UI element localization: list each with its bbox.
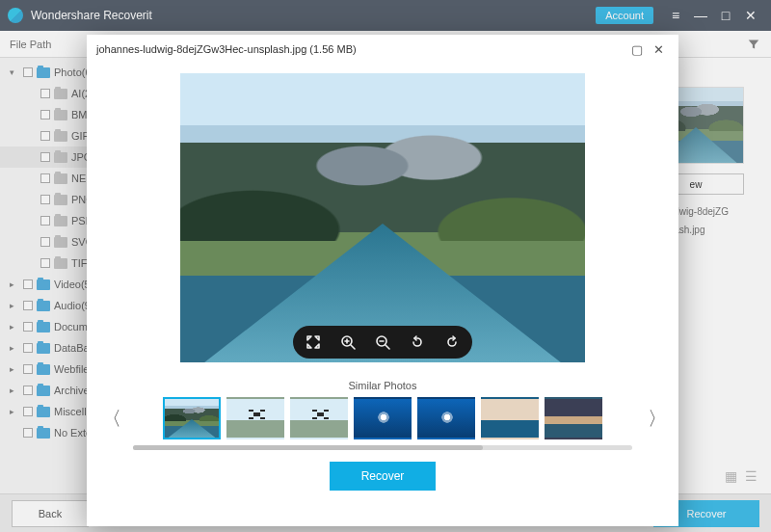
similar-thumb-1[interactable] <box>163 397 221 439</box>
preview-image <box>180 73 585 362</box>
rotate-right-icon[interactable] <box>443 333 461 351</box>
preview-modal: johannes-ludwig-8dejZGw3Hec-unsplash.jpg… <box>87 35 678 526</box>
similar-strip: 〈 〉 <box>87 397 678 439</box>
similar-thumb-2[interactable] <box>226 397 284 439</box>
modal-close-icon[interactable]: ✕ <box>648 42 669 57</box>
similar-thumb-5[interactable] <box>417 397 475 439</box>
modal-header: johannes-ludwig-8dejZGw3Hec-unsplash.jpg… <box>87 35 678 64</box>
strip-prev-icon[interactable]: 〈 <box>102 406 118 432</box>
zoom-in-icon[interactable] <box>339 333 357 351</box>
modal-filename: johannes-ludwig-8dejZGw3Hec-unsplash.jpg… <box>96 43 357 55</box>
fit-icon[interactable] <box>305 333 322 351</box>
rotate-left-icon[interactable] <box>409 333 426 351</box>
similar-photos-label: Similar Photos <box>87 380 678 391</box>
modal-image-area <box>87 64 678 372</box>
similar-thumb-4[interactable] <box>354 397 412 439</box>
similar-thumb-7[interactable] <box>545 397 602 439</box>
modal-maximize-icon[interactable]: ▢ <box>626 42 648 57</box>
modal-recover-button[interactable]: Recover <box>330 462 436 491</box>
similar-thumb-6[interactable] <box>481 397 539 439</box>
similar-thumb-3[interactable] <box>290 397 348 439</box>
strip-scrollbar[interactable] <box>133 445 632 450</box>
zoom-out-icon[interactable] <box>374 333 391 351</box>
strip-next-icon[interactable]: 〉 <box>648 406 663 432</box>
image-controls <box>293 326 472 359</box>
